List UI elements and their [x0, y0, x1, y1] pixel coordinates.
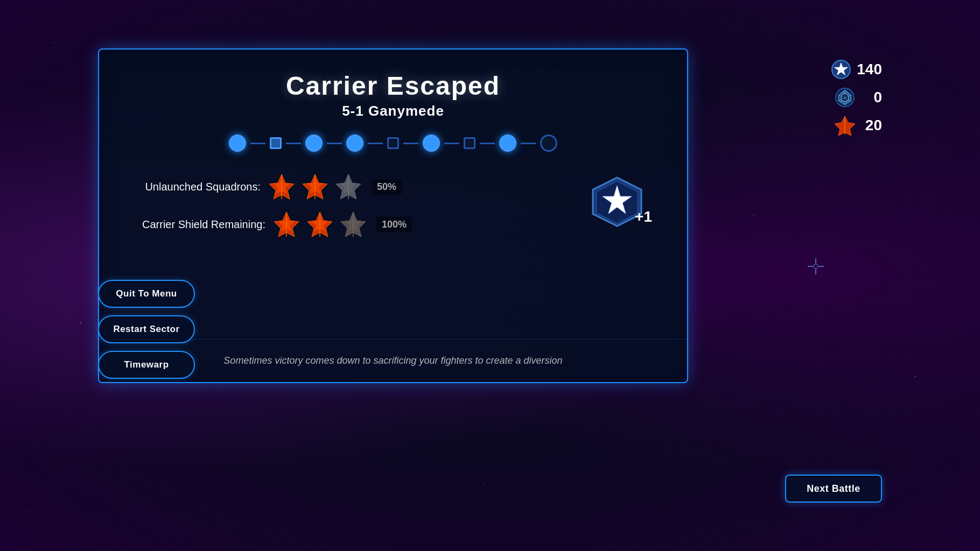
node-5	[387, 137, 399, 149]
unlaunched-label: Unlaunched Squadrons:	[142, 181, 261, 193]
stars-icon	[831, 59, 851, 80]
shield-fighter-3	[341, 211, 366, 238]
timewarp-button[interactable]: Timewarp	[98, 351, 195, 379]
node-7	[464, 137, 475, 149]
stars-stat: 140	[831, 59, 882, 80]
star-bonus-badge: +1	[579, 168, 655, 243]
stats-section: Unlaunched Squadrons:	[99, 173, 687, 238]
shield-row: Carrier Shield Remaining:	[142, 211, 644, 238]
top-right-stats: 140 0 20	[831, 59, 882, 136]
unlaunched-pct: 50%	[372, 179, 402, 195]
progress-track	[229, 135, 557, 152]
shield-fighter-2	[307, 211, 332, 238]
ships-count-icon	[835, 115, 855, 136]
crosshair-decoration	[808, 258, 824, 274]
ships-stat: 20	[835, 115, 882, 136]
crystal-value: 0	[860, 89, 882, 106]
level-subtitle: 5-1 Ganymede	[342, 103, 444, 119]
fighter-icon-2	[303, 173, 327, 200]
left-buttons-group: Quit To Menu Restart Sector Timewarp	[98, 280, 195, 379]
shield-pct: 100%	[376, 217, 412, 232]
fighter-icon-1	[269, 173, 294, 200]
flavor-text: Sometimes victory comes down to sacrific…	[223, 355, 562, 366]
node-1	[229, 135, 246, 152]
quit-to-menu-button[interactable]: Quit To Menu	[98, 280, 195, 308]
star-plus-one: +1	[635, 208, 652, 225]
svg-point-35	[814, 264, 818, 269]
node-9	[540, 135, 557, 152]
crystal-icon	[835, 87, 855, 108]
shield-fighter-1	[274, 211, 299, 238]
restart-sector-button[interactable]: Restart Sector	[98, 315, 195, 343]
node-8	[499, 135, 516, 152]
next-battle-button[interactable]: Next Battle	[785, 475, 882, 503]
node-4	[346, 135, 363, 152]
unlaunched-row: Unlaunched Squadrons:	[142, 173, 644, 200]
fighter-icon-3	[336, 173, 361, 200]
node-2	[270, 137, 282, 149]
node-6	[423, 135, 440, 152]
crystal-stat: 0	[835, 87, 882, 108]
result-title: Carrier Escaped	[286, 71, 500, 101]
node-3	[305, 135, 323, 152]
stars-value: 140	[857, 61, 882, 78]
shield-label: Carrier Shield Remaining:	[142, 218, 265, 231]
ships-value: 20	[860, 117, 882, 134]
